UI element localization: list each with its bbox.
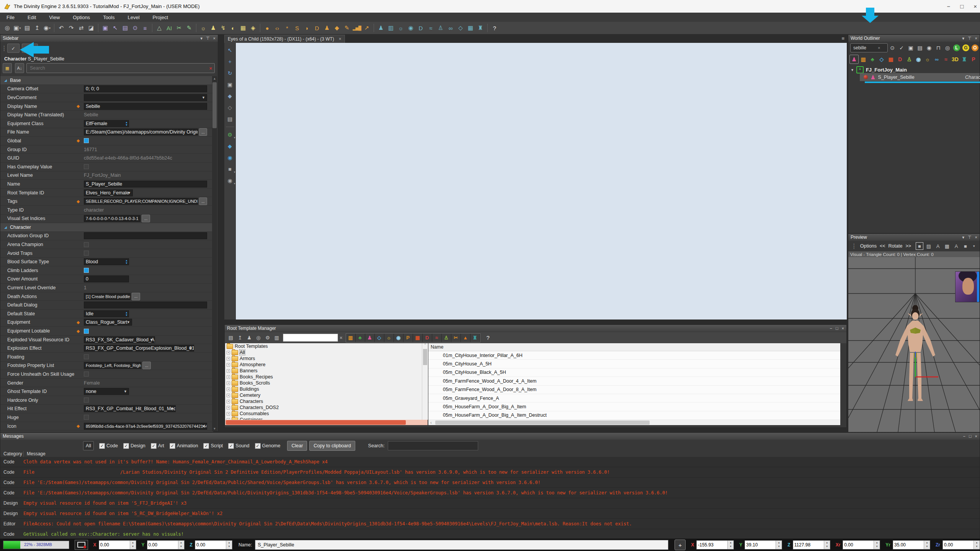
outliner-toolbar-icon[interactable]: ✓ — [897, 43, 906, 52]
template-list-row[interactable]: 05m_CityHouse_A_5H — [428, 360, 840, 368]
coordinate-input[interactable]: ▲▼ — [745, 540, 782, 549]
spinner-icon[interactable]: ▲▼ — [125, 121, 128, 126]
category-filter[interactable]: Code — [99, 443, 118, 449]
dropdown-arrow-icon[interactable]: ▼ — [202, 424, 205, 428]
panel-header-button[interactable]: × — [975, 235, 977, 240]
toolbar-icon[interactable]: ▂▅█ — [352, 23, 362, 33]
property-checkbox[interactable] — [84, 354, 89, 359]
toolbar-icon[interactable]: ↗ — [362, 23, 372, 33]
tree-scrollbar[interactable]: ⌃ — [422, 343, 428, 420]
outliner-toolbar-icon[interactable]: ⊓ — [934, 43, 943, 52]
property-value-field[interactable]: 0; 0; 0 — [84, 85, 207, 92]
viewport-canvas[interactable] — [236, 43, 847, 320]
category-filter[interactable]: Art — [151, 443, 164, 449]
toolbar-icon[interactable]: ☼ — [396, 23, 406, 33]
property-value-field[interactable]: Elves_Hero_Female ▼ — [84, 189, 133, 196]
property-value-field[interactable]: 7-6-0-0-0-0-*-0-0-13-4-0-3-1 — [84, 215, 140, 222]
toolbar-icon[interactable]: D — [312, 23, 322, 33]
property-value-field[interactable]: Blood ▲▼ — [84, 258, 129, 265]
rtm-toolbar-icon[interactable]: ▥ — [272, 334, 281, 342]
ellipsis-button[interactable]: ... — [199, 197, 207, 205]
panel-header-button[interactable]: ▾ — [962, 36, 964, 41]
message-column[interactable]: Message — [24, 451, 46, 457]
all-filter-button[interactable]: All — [83, 441, 94, 450]
spinner-icon[interactable]: ▲▼ — [125, 311, 128, 316]
log-row[interactable]: Code File 'E:/Steam(Games)/steamapps/com… — [0, 478, 980, 488]
expander-icon[interactable]: ▼ — [851, 68, 854, 72]
section-header[interactable]: ◢Character — [0, 223, 213, 231]
toolbar-icon[interactable]: ✎ — [342, 23, 352, 33]
name-input[interactable] — [255, 540, 668, 550]
rtm-toolbar-icon[interactable]: ◎ — [254, 334, 263, 342]
property-value-field[interactable]: none ▼ — [84, 388, 129, 395]
toolbar-icon[interactable]: ▣ — [100, 23, 110, 33]
property-checkbox[interactable] — [84, 372, 89, 377]
panel-header-button[interactable]: ▾ — [962, 235, 964, 240]
category-filter[interactable]: Animation — [170, 443, 198, 449]
toolbar-icon[interactable]: ▤ — [120, 23, 130, 33]
coordinate-input[interactable]: ▲▼ — [147, 540, 185, 549]
rtm-toolbar-icon[interactable]: ⚙ — [263, 334, 272, 342]
property-value-field[interactable] — [84, 232, 207, 239]
rtm-filter-icon[interactable]: ☼ — [384, 334, 394, 342]
outliner-filter-icon[interactable]: D — [895, 55, 905, 64]
outliner-filter-icon[interactable]: P — [969, 55, 978, 64]
list-horizontal-scrollbar[interactable]: ‹ — [428, 420, 840, 425]
property-value-field[interactable]: ElfFemale ▲▼ — [84, 120, 129, 127]
toolbar-icon[interactable]: ◈ — [248, 23, 258, 33]
toolbar-icon[interactable]: ● — [262, 23, 272, 33]
outliner-filter-icon[interactable]: ◉ — [914, 55, 923, 64]
toolbar-icon[interactable]: ↶ — [56, 23, 66, 33]
panel-header-button[interactable]: ⊤ — [206, 36, 210, 41]
viewport-tool-icon[interactable]: ◉▾ — [225, 176, 235, 186]
viewport[interactable]: ↖ + ↻ ▣ ◆ ◇ ▤ — [224, 43, 847, 320]
tree-item[interactable]: + Armors — [225, 355, 422, 362]
toolbar-icon[interactable]: ◎ — [2, 23, 12, 33]
template-list-row[interactable]: 05m_Graveyard_Fence_A — [428, 394, 840, 403]
rtm-toolbar-icon[interactable]: ↥ — [235, 334, 245, 342]
menu-item[interactable]: Level — [121, 15, 146, 20]
property-value-field[interactable]: [1] Create Blood puddle — [84, 293, 131, 300]
rtm-filter-icon[interactable]: ♣ — [356, 334, 365, 342]
checkbox-icon[interactable] — [203, 443, 209, 449]
move-gizmo-button[interactable]: + — [675, 540, 686, 550]
toolbar-icon[interactable]: ‹› — [272, 23, 282, 33]
viewport-tool-icon[interactable]: ↖ — [225, 45, 235, 55]
grip-icon[interactable]: ┆ — [853, 243, 856, 249]
window-button[interactable]: □ — [960, 3, 964, 10]
coordinate-input[interactable]: ▲▼ — [195, 540, 232, 549]
outliner-filter-icon[interactable]: ≈ — [941, 55, 951, 64]
preview-mode-icon[interactable]: ▩ — [943, 242, 951, 250]
rtm-toolbar-icon[interactable]: ♟ — [245, 334, 254, 342]
toolbar-icon[interactable]: ♟ — [208, 23, 218, 33]
viewport-tool-icon[interactable]: ▤ — [225, 114, 235, 124]
outliner-toolbar-icon[interactable]: G — [961, 43, 970, 52]
checkbox-icon[interactable] — [255, 443, 261, 449]
outliner-filter-icon[interactable]: ♟ — [849, 55, 859, 64]
preview-mode-icon[interactable]: A — [952, 242, 960, 250]
rtm-filter-icon[interactable]: ≈ — [432, 334, 442, 342]
toolbar-icon[interactable]: * — [282, 23, 292, 33]
outliner-filter-icon[interactable]: ♣ — [868, 55, 877, 64]
close-tab-icon[interactable]: × — [339, 36, 341, 42]
display-toggle-button[interactable] — [75, 540, 88, 550]
tree-item[interactable]: + Characters_DOS2 — [225, 404, 422, 411]
expand-plus-icon[interactable]: + — [227, 406, 230, 409]
toolbar-icon[interactable]: △ — [154, 23, 164, 33]
property-value-field[interactable]: RS3_FX_GP_Combat_CorpseExplosion_Blood_0… — [84, 345, 194, 352]
outliner-selected-row[interactable]: ♟ S_Player_Sebille Character — [860, 73, 980, 81]
panel-header-button[interactable]: − — [830, 326, 832, 331]
coordinate-input[interactable]: ▲▼ — [893, 540, 930, 549]
menu-item[interactable]: Project — [146, 15, 175, 20]
ellipsis-button[interactable]: ... — [142, 215, 150, 222]
clear-button[interactable]: Clear — [287, 441, 307, 451]
outliner-toolbar-icon[interactable]: ◎ — [943, 43, 952, 52]
dropdown-arrow-icon[interactable]: ▼ — [150, 338, 153, 342]
scroll-down-icon[interactable]: ▼ — [212, 426, 217, 431]
clear-search-icon[interactable]: × — [340, 335, 343, 341]
outliner-toolbar-icon[interactable]: ◉ — [924, 43, 934, 52]
outliner-toolbar-icon[interactable]: L — [952, 43, 961, 52]
toolbar-icon[interactable]: ✂ — [174, 23, 184, 33]
toolbar-icon[interactable]: ◪ — [86, 23, 96, 33]
toolbar-icon[interactable]: ⊙ — [130, 23, 140, 33]
